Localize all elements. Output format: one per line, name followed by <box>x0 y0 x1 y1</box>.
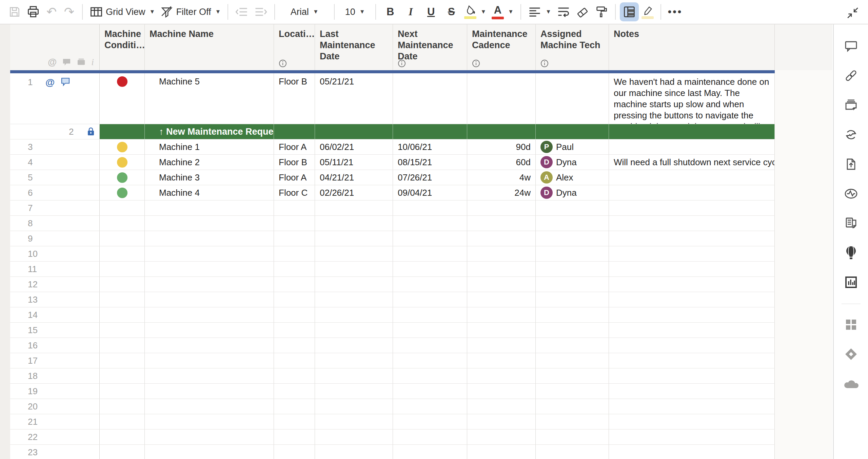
cell-next-maintenance-date[interactable] <box>393 292 467 307</box>
cell-location[interactable]: Floor A <box>274 170 315 185</box>
row-number[interactable]: 7 <box>10 200 100 215</box>
cell-machine-condition[interactable] <box>100 292 145 307</box>
cell-machine-name[interactable] <box>145 292 274 307</box>
cell-maintenance-cadence[interactable]: 90d <box>467 139 536 154</box>
cell-location[interactable] <box>274 292 315 307</box>
cell-machine-condition[interactable] <box>100 155 145 170</box>
row-number[interactable]: 11 <box>10 262 100 276</box>
cell-last-maintenance-date[interactable] <box>315 307 393 322</box>
row-number[interactable]: 22 <box>10 429 100 444</box>
cell-next-maintenance-date[interactable] <box>393 262 467 276</box>
cell-maintenance-cadence[interactable] <box>467 124 536 139</box>
cell-banner[interactable]: ↑ New Maintenance RequestA <box>145 124 274 139</box>
cell-machine-name[interactable] <box>145 414 274 429</box>
row-number[interactable]: 14 <box>10 307 100 322</box>
cell-assigned-machine-tech[interactable] <box>536 414 609 429</box>
cell-notes[interactable] <box>609 307 775 322</box>
cell-machine-name[interactable]: Machine 3 <box>145 170 274 185</box>
row-number[interactable]: 23 <box>10 445 100 459</box>
cell-next-maintenance-date[interactable] <box>393 445 467 459</box>
cell-maintenance-cadence[interactable] <box>467 399 536 414</box>
cell-machine-name[interactable] <box>145 262 274 276</box>
cell-next-maintenance-date[interactable] <box>393 368 467 383</box>
cell-assigned-machine-tech[interactable] <box>536 231 609 246</box>
cell-assigned-machine-tech[interactable] <box>536 323 609 338</box>
cell-maintenance-cadence[interactable] <box>467 262 536 276</box>
cell-last-maintenance-date[interactable] <box>315 414 393 429</box>
column-header-location[interactable]: Locati… <box>274 24 315 70</box>
cell-maintenance-cadence[interactable] <box>467 353 536 368</box>
cell-machine-condition[interactable] <box>100 170 145 185</box>
column-header-machine-condition[interactable]: Machine Conditi… <box>100 24 145 70</box>
row-number[interactable]: 15 <box>10 323 100 338</box>
cell-location[interactable] <box>274 262 315 276</box>
undo-button[interactable]: ↶ <box>43 2 60 21</box>
cell-notes[interactable] <box>609 368 775 383</box>
cell-maintenance-cadence[interactable] <box>467 277 536 292</box>
cell-notes[interactable] <box>609 246 775 261</box>
cell-last-maintenance-date[interactable] <box>315 399 393 414</box>
cell-machine-condition[interactable] <box>100 323 145 338</box>
cell-machine-name[interactable]: Machine 5 <box>145 73 274 124</box>
conversations-button[interactable] <box>842 37 861 56</box>
cell-assigned-machine-tech[interactable] <box>536 445 609 459</box>
cell-notes[interactable] <box>609 414 775 429</box>
cell-notes[interactable]: Will need a full shutdown next service c… <box>609 155 775 170</box>
cell-maintenance-cadence[interactable] <box>467 323 536 338</box>
cell-last-maintenance-date[interactable] <box>315 277 393 292</box>
italic-button[interactable]: I <box>400 2 421 21</box>
cell-maintenance-cadence[interactable] <box>467 414 536 429</box>
row-number[interactable]: 2 <box>10 124 100 139</box>
column-header-machine-name[interactable]: Machine Name <box>145 24 274 70</box>
cell-last-maintenance-date[interactable] <box>315 445 393 459</box>
cell-notes[interactable] <box>609 139 775 154</box>
cell-machine-name[interactable] <box>145 200 274 215</box>
outdent-button[interactable] <box>232 2 251 21</box>
cell-machine-condition[interactable] <box>100 399 145 414</box>
view-switcher[interactable]: Grid View ▼ <box>87 2 158 21</box>
cell-notes[interactable] <box>609 262 775 276</box>
cell-assigned-machine-tech[interactable] <box>536 216 609 231</box>
cell-location[interactable] <box>274 200 315 215</box>
cell-location[interactable] <box>274 246 315 261</box>
cell-location[interactable] <box>274 368 315 383</box>
row-number[interactable]: 17 <box>10 353 100 368</box>
info-icon[interactable] <box>398 59 406 68</box>
attachment-icon[interactable]: @ <box>45 78 55 87</box>
font-color-button[interactable]: A ▼ <box>489 2 516 21</box>
publish-button[interactable] <box>842 155 861 174</box>
cell-last-maintenance-date[interactable] <box>315 200 393 215</box>
row-number[interactable]: 4 <box>10 155 100 170</box>
bold-button[interactable]: B <box>380 2 400 21</box>
clear-format-button[interactable] <box>573 2 592 21</box>
cell-location[interactable]: Floor B <box>274 155 315 170</box>
cell-next-maintenance-date[interactable] <box>393 429 467 444</box>
row-number[interactable]: 13 <box>10 292 100 307</box>
cell-machine-name[interactable] <box>145 323 274 338</box>
cell-last-maintenance-date[interactable]: 04/21/21 <box>315 170 393 185</box>
cell-location[interactable] <box>274 216 315 231</box>
cell-location[interactable] <box>274 399 315 414</box>
cell-next-maintenance-date[interactable] <box>393 124 467 139</box>
cell-last-maintenance-date[interactable] <box>315 262 393 276</box>
collapse-toolbar-button[interactable] <box>844 3 862 22</box>
cell-notes[interactable] <box>609 384 775 399</box>
cell-next-maintenance-date[interactable] <box>393 216 467 231</box>
cell-location[interactable] <box>274 307 315 322</box>
cell-notes[interactable] <box>609 216 775 231</box>
cell-maintenance-cadence[interactable] <box>467 73 536 124</box>
cell-notes[interactable] <box>609 231 775 246</box>
cell-assigned-machine-tech[interactable]: A Alex <box>536 170 609 185</box>
cell-notes[interactable] <box>609 353 775 368</box>
cell-last-maintenance-date[interactable] <box>315 124 393 139</box>
cell-next-maintenance-date[interactable] <box>393 200 467 215</box>
cell-maintenance-cadence[interactable] <box>467 384 536 399</box>
cell-location[interactable] <box>274 384 315 399</box>
formatting-panel-toggle[interactable] <box>620 2 639 21</box>
row-number[interactable]: 21 <box>10 414 100 429</box>
cell-maintenance-cadence[interactable]: 60d <box>467 155 536 170</box>
cell-maintenance-cadence[interactable] <box>467 200 536 215</box>
cell-machine-condition[interactable] <box>100 414 145 429</box>
update-requests-button[interactable] <box>842 125 861 144</box>
cell-machine-condition[interactable] <box>100 185 145 200</box>
